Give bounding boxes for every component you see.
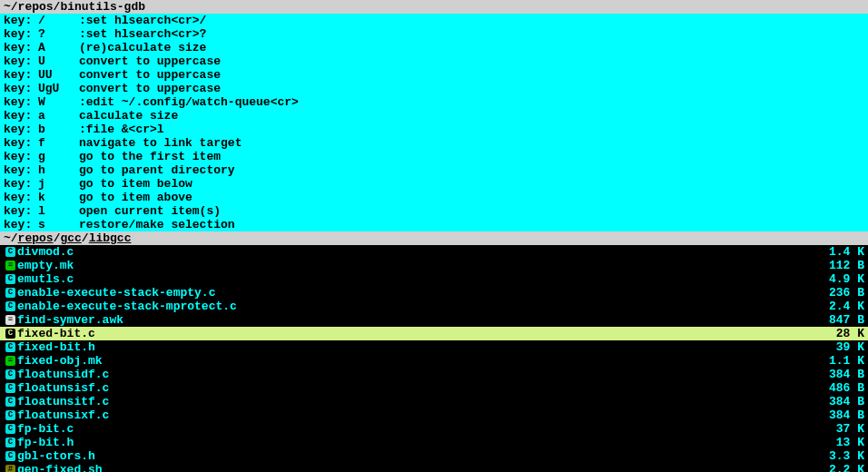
file-type-icon: C [4, 272, 17, 286]
file-row[interactable]: C floatunsixf.c384 B [0, 408, 868, 422]
file-size: 1.1 K [810, 354, 864, 368]
file-name: emutls.c [17, 272, 810, 286]
file-row[interactable]: C fp-bit.c37 K [0, 422, 868, 436]
help-description: go to parent directory [79, 163, 864, 177]
help-key-label: key: [4, 95, 38, 109]
help-key-label: key: [4, 27, 38, 41]
help-key: j [38, 177, 79, 191]
file-size: 384 B [810, 395, 864, 408]
file-type-icon: # [4, 463, 17, 472]
file-name: gen-fixed.sh [17, 463, 810, 472]
file-row[interactable]: C floatunsidf.c384 B [0, 368, 868, 381]
help-description: navigate to link target [79, 136, 864, 150]
path-segment[interactable]: gcc [60, 231, 81, 245]
help-key-label: key: [4, 82, 38, 95]
help-key: A [38, 41, 79, 54]
help-row: key:ggo to the first item [0, 150, 868, 163]
file-size: 3.3 K [810, 449, 864, 463]
file-name: divmod.c [17, 245, 810, 259]
help-row: key:kgo to item above [0, 191, 868, 204]
file-row[interactable]: C fixed-bit.h39 K [0, 340, 868, 354]
help-row: key:acalculate size [0, 109, 868, 123]
file-row[interactable]: C fixed-bit.c28 K [0, 327, 868, 340]
help-key: ? [38, 27, 79, 41]
file-size: 39 K [810, 340, 864, 354]
file-name: gbl-ctors.h [17, 449, 810, 463]
path-prefix: ~/ [4, 231, 18, 245]
help-key: / [38, 14, 79, 27]
file-row[interactable]: C divmod.c1.4 K [0, 245, 868, 259]
file-row[interactable]: C gbl-ctors.h3.3 K [0, 449, 868, 463]
help-key: b [38, 123, 79, 136]
help-key: UgU [38, 82, 79, 95]
help-key-label: key: [4, 150, 38, 163]
path-bar: ~/repos/gcc/libgcc [0, 231, 868, 245]
file-size: 37 K [810, 422, 864, 436]
file-row[interactable]: ≡ empty.mk112 B [0, 259, 868, 272]
file-row[interactable]: C floatunsisf.c486 B [0, 381, 868, 395]
file-name: fixed-bit.h [17, 340, 810, 354]
help-row: key:srestore/make selection [0, 218, 868, 231]
file-size: 847 B [810, 313, 864, 327]
help-key-label: key: [4, 14, 38, 27]
help-key: U [38, 54, 79, 68]
help-key-label: key: [4, 123, 38, 136]
help-description: go to the first item [79, 150, 864, 163]
help-key-label: key: [4, 163, 38, 177]
file-name: floatunsixf.c [17, 408, 810, 422]
file-type-icon: C [4, 395, 17, 408]
help-key: h [38, 163, 79, 177]
file-name: fp-bit.h [17, 436, 810, 449]
path-separator: / [82, 231, 89, 245]
top-title-text: ~/repos/binutils-gdb [4, 0, 145, 14]
help-row: key:fnavigate to link target [0, 136, 868, 150]
file-row[interactable]: # gen-fixed.sh2.2 K [0, 463, 868, 472]
file-type-icon: C [4, 300, 17, 313]
file-type-icon: C [4, 368, 17, 381]
help-row: key:UgUconvert to uppercase [0, 82, 868, 95]
file-type-icon: C [4, 422, 17, 436]
file-row[interactable]: C emutls.c4.9 K [0, 272, 868, 286]
help-description: go to item above [79, 191, 864, 204]
path-segment[interactable]: repos [18, 231, 54, 245]
help-key: k [38, 191, 79, 204]
help-key: UU [38, 68, 79, 82]
file-type-icon: C [4, 327, 17, 340]
file-row[interactable]: C floatunsitf.c384 B [0, 395, 868, 408]
file-type-icon: C [4, 340, 17, 354]
help-row: key:A(re)calculate size [0, 41, 868, 54]
help-key: s [38, 218, 79, 231]
file-row[interactable]: ≡ find-symver.awk847 B [0, 313, 868, 327]
file-row[interactable]: C enable-execute-stack-empty.c236 B [0, 286, 868, 300]
file-name: fixed-bit.c [17, 327, 810, 340]
top-titlebar: ~/repos/binutils-gdb [0, 0, 868, 14]
file-size: 28 K [810, 327, 864, 340]
help-key-label: key: [4, 54, 38, 68]
file-name: empty.mk [17, 259, 810, 272]
help-description: (re)calculate size [79, 41, 864, 54]
file-type-icon: C [4, 408, 17, 422]
help-description: open current item(s) [79, 204, 864, 218]
file-size: 486 B [810, 381, 864, 395]
help-row: key:jgo to item below [0, 177, 868, 191]
help-description: convert to uppercase [79, 68, 864, 82]
file-row[interactable]: C enable-execute-stack-mprotect.c2.4 K [0, 300, 868, 313]
file-name: floatunsidf.c [17, 368, 810, 381]
help-row: key:/:set hlsearch<cr>/ [0, 14, 868, 27]
file-name: fixed-obj.mk [17, 354, 810, 368]
file-size: 13 K [810, 436, 864, 449]
file-row[interactable]: ≡ fixed-obj.mk1.1 K [0, 354, 868, 368]
help-row: key:hgo to parent directory [0, 163, 868, 177]
file-row[interactable]: C fp-bit.h13 K [0, 436, 868, 449]
file-name: enable-execute-stack-mprotect.c [17, 300, 810, 313]
help-key: g [38, 150, 79, 163]
file-name: floatunsitf.c [17, 395, 810, 408]
help-key-label: key: [4, 109, 38, 123]
file-size: 236 B [810, 286, 864, 300]
path-segment[interactable]: libgcc [89, 231, 132, 245]
file-list[interactable]: C divmod.c1.4 K≡ empty.mk112 BC emutls.c… [0, 245, 868, 472]
help-description: convert to uppercase [79, 54, 864, 68]
file-name: fp-bit.c [17, 422, 810, 436]
file-type-icon: ≡ [4, 259, 17, 272]
file-type-icon: C [4, 436, 17, 449]
